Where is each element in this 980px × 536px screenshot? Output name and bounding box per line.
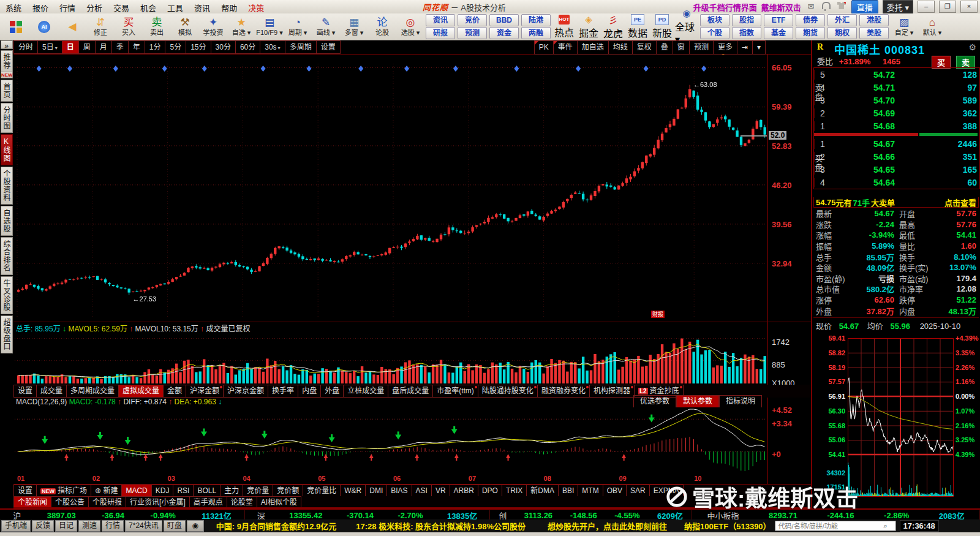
period-tab-日[interactable]: 日	[62, 40, 79, 54]
sidebar-item-个股资料[interactable]: 个股资料	[1, 167, 13, 205]
toolbar-热点-button[interactable]: HOT热点	[552, 15, 576, 39]
option-tab-⇥[interactable]: ⇥	[737, 40, 753, 55]
toolbar-forum-button[interactable]: 论论股	[369, 15, 396, 39]
vol-tab-沪深京金额[interactable]: 沪深京金额	[224, 385, 268, 398]
toolbar-基金-button[interactable]: 基金	[764, 27, 793, 39]
menu-交易[interactable]: 交易	[108, 0, 135, 13]
period-tab-多周期[interactable]: 多周期	[285, 40, 317, 54]
live-button[interactable]: 直播	[851, 0, 878, 14]
toolbar-数据-button[interactable]: PE数据	[626, 15, 649, 39]
sidebar-item-推荐[interactable]: 推荐	[1, 50, 13, 72]
vol-tab-成交量[interactable]: 成交量	[37, 385, 67, 398]
toolbar-buy-button[interactable]: 买买入	[115, 15, 142, 39]
vol-tab-虚拟成交量[interactable]: 虚拟成交量	[119, 385, 164, 398]
open-account-promo[interactable]: 想炒股先开户，点击此处即刻前往	[548, 520, 667, 532]
period-tab-季[interactable]: 季	[112, 40, 129, 54]
option-tab-▾[interactable]: ▾	[753, 40, 766, 55]
toolbar-simulate-button[interactable]: ⚒模拟	[172, 15, 198, 39]
account-name[interactable]: 戴维斯双击	[761, 1, 801, 13]
buy-button[interactable]: 买	[932, 56, 951, 69]
toolbar-drawline-button[interactable]: ✎画线 ▾	[312, 15, 339, 39]
mail-icon[interactable]: ✉	[805, 2, 816, 12]
toolbar-stock-picker-button[interactable]: ◎选股 ▾	[397, 15, 424, 39]
toolbar-f10-button[interactable]: ▤F10/F9 ▾	[256, 15, 283, 39]
menu-工具[interactable]: 工具	[162, 0, 189, 13]
restore-button[interactable]: ❐	[939, 1, 956, 13]
toolbar-multiwindow-button[interactable]: ▦多窗 ▾	[341, 15, 368, 39]
toolbar-港股-button[interactable]: 港股	[859, 14, 889, 26]
skin-icon[interactable]	[836, 2, 847, 12]
toolbar-美股-button[interactable]: 美股	[859, 27, 889, 39]
menu-分析[interactable]: 分析	[81, 0, 108, 13]
news-ticker-2[interactable]: 17:28 极米科技: 股东合计拟减持1.98%公司股份	[356, 520, 526, 532]
toolbar-外汇-button[interactable]: 外汇	[827, 14, 857, 26]
menu-资讯[interactable]: 资讯	[189, 0, 216, 13]
toolbar-logo-button[interactable]	[2, 15, 29, 39]
toolbar-期货-button[interactable]: 期货	[796, 27, 825, 39]
menu-机会[interactable]: 机会	[135, 0, 162, 13]
menu-报价[interactable]: 报价	[27, 0, 54, 13]
sell-button[interactable]: 卖	[956, 56, 975, 69]
period-tab-周[interactable]: 周	[79, 40, 96, 54]
toolbar-竞价-button[interactable]: 竞价	[458, 14, 487, 26]
option-tab-窗[interactable]: 窗	[673, 40, 690, 55]
option-tab-均线[interactable]: 均线	[609, 40, 633, 55]
toolbar-learn-invest-button[interactable]: ✦学投资	[200, 15, 227, 39]
kline-chart[interactable]	[15, 55, 767, 322]
status-button-行情[interactable]: 行情	[102, 520, 124, 532]
period-tab-1分[interactable]: 1分	[145, 40, 166, 54]
period-tab-分时[interactable]: 分时	[13, 40, 38, 54]
toolbar-研报-button[interactable]: 研报	[426, 27, 455, 39]
sidebar-item-牛叉诊股[interactable]: 牛叉诊股	[1, 276, 13, 314]
toolbar-资讯-button[interactable]: 资讯	[426, 14, 455, 26]
period-tab-15分[interactable]: 15分	[186, 40, 211, 54]
sidebar-item-首页[interactable]: 首页	[1, 80, 13, 102]
period-tab-30分[interactable]: 30分	[211, 40, 236, 54]
toolbar-资金-button[interactable]: 资金	[489, 27, 519, 39]
option-tab-加自选[interactable]: 加自选	[578, 40, 609, 55]
vol-tab-多周期成交量[interactable]: 多周期成交量	[67, 385, 119, 398]
volume-chart[interactable]	[15, 332, 767, 385]
macd-button-优选参数[interactable]: 优选参数	[633, 395, 676, 408]
macd-button-指标说明[interactable]: 指标说明	[719, 395, 762, 408]
gear-icon[interactable]: ⚙	[968, 42, 976, 52]
event-badge[interactable]: 财报	[651, 311, 665, 318]
toolbar-ETF-button[interactable]: ETF	[764, 14, 793, 26]
toolbar-掘金-button[interactable]: ◈掘金	[577, 15, 600, 39]
status-button-手机端[interactable]: 手机端	[1, 520, 31, 532]
news-ticker-1[interactable]: 中国: 9月合同销售金额约12.9亿元	[216, 520, 336, 532]
option-tab-叠[interactable]: 叠	[657, 40, 673, 55]
option-tab-事件[interactable]: 事件	[554, 40, 578, 55]
period-tab-5日[interactable]: 5日▾	[38, 40, 62, 54]
toolbar-板块-button[interactable]: 板块	[700, 14, 729, 26]
option-tab-预测[interactable]: 预测	[690, 40, 714, 55]
menu-系统[interactable]: 系统	[0, 0, 27, 13]
period-tab-60分[interactable]: 60分	[236, 40, 260, 54]
big-order-banner[interactable]: 54.75 元有 71手 大卖单 点击查看	[813, 197, 979, 208]
menu-行情[interactable]: 行情	[54, 0, 81, 13]
toolbar-龙虎-button[interactable]: 彡龙虎	[601, 15, 625, 39]
vol-tab-外盘[interactable]: 外盘	[321, 385, 344, 398]
vol-tab-内盘[interactable]: 内盘	[298, 385, 321, 398]
toolbar-ai-assistant-button[interactable]: AI	[31, 15, 58, 39]
toolbar-陆港-button[interactable]: 陆港	[521, 14, 551, 26]
toolbar-correct-button[interactable]: ⇵修正	[87, 15, 114, 39]
entrust-button[interactable]: 委托 ▾	[883, 0, 913, 14]
menu-帮助[interactable]: 帮助	[216, 0, 243, 13]
toolbar-custom-button[interactable]: ▨自定 ▾	[891, 15, 918, 39]
toolbar-全球-button[interactable]: ◉全球 ▾	[675, 15, 698, 39]
sidebar-item-K线图[interactable]: K线图	[1, 134, 13, 165]
option-tab-PK[interactable]: PK	[534, 40, 554, 55]
period-tab-设置[interactable]: 设置	[317, 40, 341, 54]
vol-tab-市盈率(ttm)[interactable]: 市盈率(ttm)	[433, 385, 478, 398]
toolbar-BBD-button[interactable]: BBD	[489, 14, 519, 26]
status-button-测速[interactable]: 测速	[78, 520, 100, 532]
toolbar-sell-button[interactable]: 卖卖出	[143, 15, 170, 39]
search-icon[interactable]: ⌕	[884, 522, 888, 530]
sidebar-collapse[interactable]: »	[1, 40, 13, 49]
option-tab-复权[interactable]: 复权	[633, 40, 657, 55]
period-tab-月[interactable]: 月	[96, 40, 112, 54]
status-button-盯盘[interactable]: 盯盘	[164, 520, 186, 532]
period-tab-30s[interactable]: 30s▾	[260, 40, 285, 54]
close-button[interactable]: ×	[960, 1, 978, 13]
